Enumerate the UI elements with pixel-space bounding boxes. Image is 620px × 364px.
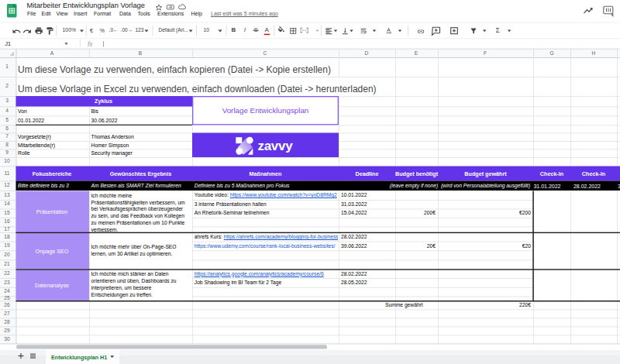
svg-text:zavvy: zavvy [258, 139, 294, 153]
